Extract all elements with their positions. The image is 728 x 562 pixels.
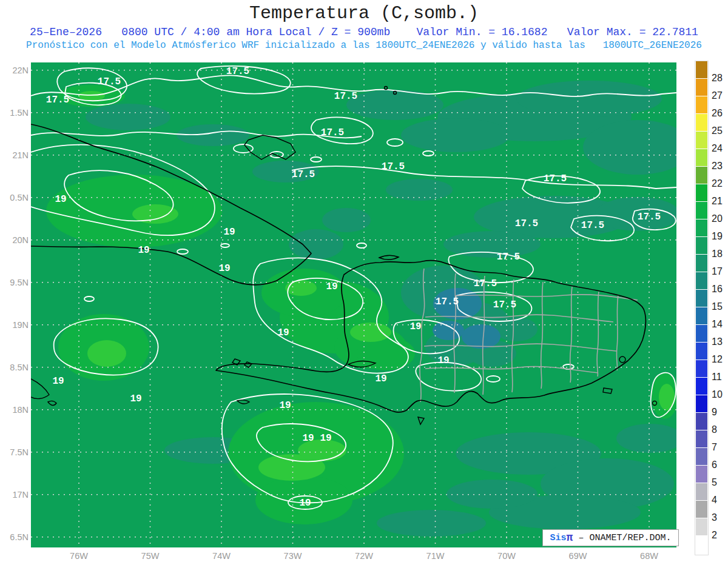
map-area: 17.517.517.517.517.517.517.517.517.517.5…	[31, 62, 676, 547]
contour-label: 17.5	[638, 212, 661, 222]
lat-tick-label: 21N	[0, 150, 29, 161]
colorbar-tick-label: 15	[712, 301, 728, 312]
forecast-map-page: Temperatura (C,somb.) 25–Ene–2026 0800 U…	[0, 0, 728, 562]
colorbar-tick-label: 28	[712, 73, 728, 84]
colorbar-tick-label: 10	[712, 389, 728, 400]
contour-label: 17.5	[436, 296, 459, 307]
colorbar-tick-label: 4	[712, 495, 728, 506]
lat-tick-label: 8.5N	[0, 362, 29, 373]
contour-label: 19	[326, 281, 337, 292]
colorbar-segment	[696, 290, 707, 307]
colorbar-segment	[696, 501, 707, 518]
contour-label: 17.5	[515, 218, 538, 229]
page-title: Temperatura (C,somb.)	[0, 3, 728, 24]
lon-tick-label: 76W	[64, 550, 94, 561]
lat-tick-label: 9.5N	[0, 277, 29, 288]
subtitle-line2: Pronóstico con el Modelo Atmósferico WRF…	[0, 40, 728, 51]
credit-box: Sisπ – ONAMET/REP.DOM.	[542, 529, 679, 546]
colorbar-tick-label: 26	[712, 108, 728, 119]
lon-tick-label: 68W	[634, 550, 664, 561]
contour-label: 17.5	[382, 161, 405, 172]
contour-label: 17.5	[544, 173, 567, 184]
colorbar-segment	[696, 219, 707, 236]
sispi-logo-pi-icon: π	[567, 534, 573, 542]
colorbar-tick-label: 25	[712, 125, 728, 136]
colorbar-tick-label: 3	[712, 512, 728, 523]
contour-label: 17.5	[334, 91, 357, 102]
colorbar-tick-label: 20	[712, 213, 728, 224]
lat-tick-label: 20N	[0, 235, 29, 246]
colorbar-tick-label: 8	[712, 424, 728, 435]
contour-label: 19	[55, 194, 66, 205]
colorbar-tick-label: 19	[712, 231, 728, 242]
colorbar-segment	[696, 466, 707, 483]
lat-tick-label: 17N	[0, 489, 29, 500]
contour-label: 17.5	[292, 169, 315, 180]
contour-label: 19	[279, 400, 291, 411]
lon-tick-label: 71W	[420, 550, 451, 561]
temperature-map: 17.517.517.517.517.517.517.517.517.517.5…	[31, 62, 676, 547]
colorbar-tick-label: 5	[712, 477, 728, 488]
contour-label: 17.5	[474, 278, 497, 289]
colorbar-segment	[696, 237, 707, 254]
contour-label: 19	[218, 263, 230, 274]
lon-tick-label: 75W	[135, 550, 166, 561]
colorbar-segment	[696, 114, 707, 131]
lat-tick-label: 19N	[0, 319, 29, 330]
colorbar-segment	[696, 378, 707, 395]
colorbar-segment	[696, 448, 707, 465]
contour-label: 19	[52, 376, 64, 387]
lat-tick-label: 7.5N	[0, 447, 29, 458]
colorbar-segment	[696, 272, 707, 289]
colorbar-segment	[696, 132, 707, 149]
colorbar-segment	[696, 202, 707, 219]
colorbar-tick-label: 12	[712, 354, 728, 365]
colorbar-segment	[696, 518, 707, 535]
colorbar-segment	[696, 167, 707, 184]
contour-label: 19	[223, 227, 235, 238]
colorbar-tick-label: 7	[712, 442, 728, 453]
lon-tick-label: 72W	[349, 550, 379, 561]
lon-tick-label: 73W	[278, 550, 308, 561]
colorbar-tick-label: 22	[712, 178, 728, 189]
contour-label: 19	[130, 393, 141, 404]
contour-label: 17.5	[321, 127, 344, 138]
contour-label: 19	[437, 355, 449, 366]
colorbar-segment	[696, 413, 707, 430]
subtitle-line1: 25–Ene–2026 0800 UTC / 4:00 am Hora Loca…	[0, 26, 728, 38]
lat-tick-label: 1.5N	[0, 107, 29, 118]
contour-label: 19	[302, 433, 314, 444]
lon-tick-label: 74W	[206, 550, 237, 561]
lon-tick-label: 69W	[563, 550, 593, 561]
contour-label: 19	[277, 327, 289, 338]
contour-label: 17.5	[497, 252, 520, 263]
credit-org: ONAMET/REP.DOM.	[589, 533, 671, 543]
colorbar-tick-label: 16	[712, 284, 728, 295]
colorbar-tick-label: 18	[712, 249, 728, 259]
colorbar-tick-label: 17	[712, 266, 728, 277]
colorbar-tick-label: 27	[712, 90, 728, 101]
colorbar-tick-label: 11	[712, 372, 728, 383]
colorbar-segment	[696, 483, 707, 500]
contour-label: 19	[375, 373, 386, 384]
colorbar-segment	[696, 343, 707, 360]
lat-tick-label: 22N	[0, 65, 29, 76]
colorbar-tick-label: 24	[712, 143, 728, 154]
colorbar-segment	[696, 79, 707, 96]
lat-tick-label: 0.5N	[0, 192, 29, 203]
colorbar-segment	[696, 430, 707, 447]
colorbar-segment	[696, 255, 707, 272]
colorbar-segment	[696, 96, 707, 113]
contour-label: 19	[138, 245, 149, 256]
colorbar-tick-label: 6	[712, 460, 728, 470]
sispi-logo-sis: Sis	[550, 533, 567, 543]
colorbar-segment	[696, 325, 707, 342]
colorbar-tick-label: 14	[712, 319, 728, 330]
colorbar-segment	[696, 307, 707, 324]
contour-label: 19	[410, 321, 421, 332]
colorbar-segment	[696, 536, 707, 553]
contour-label: 17.5	[226, 66, 249, 77]
colorbar-tick-label: 9	[712, 407, 728, 418]
lat-tick-label: 18N	[0, 404, 29, 415]
contour-label: 19	[320, 433, 331, 444]
